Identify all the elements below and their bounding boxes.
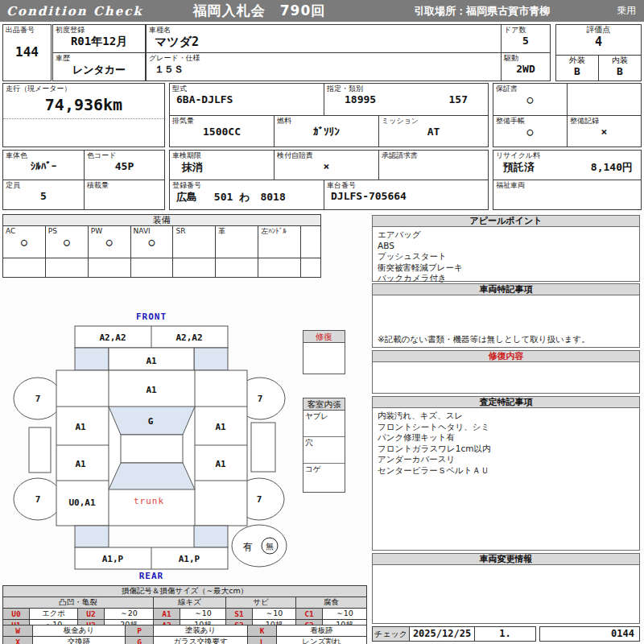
damage-left-quarter: U0,A1 <box>68 497 95 508</box>
lot-number-value: 144 <box>3 44 51 60</box>
vehicle-category: 乗用 <box>617 4 636 18</box>
seating-capacity: 定員 5 <box>3 180 85 209</box>
model-name: 車種名 マツダ2 <box>147 25 501 53</box>
mileage-cell: 走行（現メーター） 74,936km <box>2 83 165 147</box>
approval-request: 承認請求書 <box>379 151 488 180</box>
car-history: 車歴 レンタカー <box>53 53 145 80</box>
damage-windshield: G <box>148 416 154 427</box>
damage-right-fender: A1 <box>215 422 226 432</box>
assessment-line: センターピラーＳベルトＡＵ <box>378 465 634 477</box>
tire-right <box>251 423 275 472</box>
spec-cell: 型式 6BA-DJLFS 指定・類別 18995 157 排気量 1500CC … <box>169 83 489 147</box>
repair-content-title: 修復内容 <box>373 351 639 362</box>
spare-tire-mark <box>232 525 287 567</box>
equip-ps: PS○ <box>46 226 89 258</box>
damage-front-panel: A1 <box>146 356 157 366</box>
appeal-title: アピールポイント <box>373 216 639 227</box>
assessment-title: 査定特記事項 <box>373 397 639 408</box>
trunk-label: trunk <box>134 496 164 506</box>
maintenance-book: 整備手帳 ○ <box>493 116 568 147</box>
appeal-line: プッシュスタート <box>378 251 634 262</box>
plate-number: 登録番号 広島 501 わ 8018 <box>170 180 324 209</box>
repair-flag-title: 修復 <box>303 331 345 343</box>
damage-rear-bumper-left: A1,P <box>102 554 124 564</box>
interior-grade: 内装 B <box>599 56 641 80</box>
mileage-value: 74,936km <box>3 95 164 114</box>
check-sequence: 1. <box>474 627 535 641</box>
damage-front-bumper-left: A2,A2 <box>99 332 126 343</box>
front-corner-left <box>75 348 109 370</box>
documents-cell: 保証書 ○ 整備手帳 ○ 整備記録 × <box>493 83 642 147</box>
check-row: チェック 2025/12/25 1. <box>372 626 536 642</box>
lot-number-cell: 出品番号 144 <box>2 24 52 81</box>
assessment-line: パンク修理キット有 <box>378 432 634 444</box>
insurance: 検付自賠責 × <box>275 151 379 180</box>
cabin-row-burn: コゲ <box>303 464 345 491</box>
equipment-title: 装備 <box>3 215 320 226</box>
vehicle-notes-title: 車両特記事項 <box>373 284 639 295</box>
title-bar: Condition Check 福岡入札会 790回 引取場所：福岡県古賀市青柳… <box>0 0 644 22</box>
cabin-lining-title: 客室内張 <box>303 398 345 411</box>
appeal-line: 衝突被害軽減ブレーキ <box>378 262 634 274</box>
door-count: ドア数 5 <box>502 25 550 53</box>
welfare-vehicle: 福祉車両 <box>493 180 641 209</box>
legend-size-row: U0エクボ U2～20 A1～10 S1～10 C1～10 <box>3 609 367 620</box>
equip-lhd: 左ﾊﾝﾄﾞﾙ <box>258 226 301 258</box>
appeal-line: ABS <box>378 241 634 252</box>
grade-spec: グレード・仕様 １５Ｓ <box>147 53 501 80</box>
doors-drive-cell: ドア数 5 駆動 2WD <box>501 24 551 81</box>
rear-corner-left <box>75 526 109 547</box>
roof <box>121 435 183 463</box>
cabin-lining-box: 客室内張 ヤブレ 穴 コゲ <box>303 398 345 493</box>
damage-left-fender: A1 <box>75 422 86 432</box>
legend-title: 損傷記号＆損傷サイズ（～最大cm） <box>3 586 367 597</box>
tread-rear-right: 7 <box>257 494 262 505</box>
lot-number-label: 出品番号 <box>3 25 51 35</box>
legend-group-dent: 凸凹・亀裂 <box>3 597 154 609</box>
first-registration: 初度登録 R01年12月 <box>53 25 145 53</box>
cabin-row-tear: ヤブレ <box>303 411 345 437</box>
designation-classification: 指定・類別 18995 157 <box>324 84 488 115</box>
inspection-expiry: 車検期限 抹消 <box>170 151 275 180</box>
assessment-line: アンダーカバースリ <box>378 454 634 465</box>
displacement: 排気量 1500CC <box>170 116 275 147</box>
equip-spare-col <box>301 226 320 258</box>
model-grade-cell: 車種名 マツダ2 グレード・仕様 １５Ｓ <box>146 24 502 81</box>
legend-group-corrosion: 腐食 <box>296 597 367 609</box>
front-corner-right <box>194 348 228 370</box>
assessment-line: フロントガラスワレ1cm以内 <box>378 444 634 455</box>
drive-type: 駆動 2WD <box>502 53 550 80</box>
tread-front-left: 7 <box>35 394 41 404</box>
equip-sr: SR <box>173 226 216 258</box>
color-code: 色コード 45P <box>85 151 164 180</box>
transmission: ミッション AT <box>379 116 488 147</box>
rear-corner-right <box>194 526 228 547</box>
warranty: 保証書 ○ <box>493 84 568 115</box>
legend-group-rust: サビ <box>226 597 296 609</box>
spare-no-label: 無 <box>266 542 274 551</box>
damage-left-door: A1 <box>75 459 86 469</box>
damage-legend-mark-table: W板金あり P塗装あり K看板跡 X交換跡 Gガラス交換要す Lレンズ割れ <box>2 625 367 644</box>
fuel: 燃料 ｶﾞｿﾘﾝ <box>275 116 379 147</box>
equip-pw: PW○ <box>89 226 131 258</box>
damage-rear-bumper-right: A1,P <box>179 554 200 564</box>
legend-mark-row: W板金あり P塗装あり K看板跡 <box>3 625 367 637</box>
recycle-fee: リサイクル料 預託済 8,140円 <box>493 151 641 180</box>
blank-cell <box>568 84 641 115</box>
auction-condition-sheet: Condition Check 福岡入札会 790回 引取場所：福岡県古賀市青柳… <box>0 0 644 644</box>
model-code: 型式 6BA-DJLFS <box>170 84 324 115</box>
evaluation-score: 評価点 4 <box>556 25 641 56</box>
damage-front-bumper-right: A2,A2 <box>175 332 202 343</box>
check-number: 0144 <box>539 626 640 642</box>
check-label: チェック <box>373 627 410 641</box>
assessment-panel: 査定特記事項 内装汚れ、キズ、スレ フロントシートヘタリ、シミ パンク修理キット… <box>372 396 640 551</box>
body-color: 車体色 ｼﾙﾊﾞｰ <box>3 151 85 180</box>
damage-right-door: A1 <box>215 459 226 469</box>
assessment-line: フロントシートヘタリ、シミ <box>378 422 634 433</box>
legend-mark-row: X交換跡 Gガラス交換要す Lレンズ割れ <box>3 637 367 644</box>
registration-history-cell: 初度登録 R01年12月 車歴 レンタカー <box>52 24 146 81</box>
tire-left <box>29 427 51 473</box>
score-cell: 評価点 4 外装 B 内装 B <box>555 24 642 81</box>
change-info-title: 車両変更情報 <box>373 554 639 565</box>
repair-content-panel: 修復内容 <box>372 350 640 394</box>
